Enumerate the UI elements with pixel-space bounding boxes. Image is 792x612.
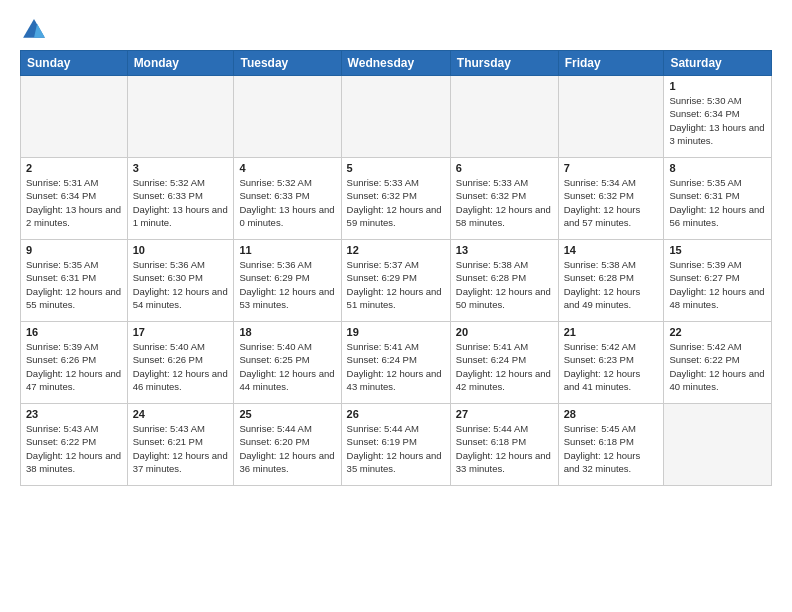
calendar-cell: 15Sunrise: 5:39 AM Sunset: 6:27 PM Dayli… <box>664 240 772 322</box>
day-number: 16 <box>26 326 122 338</box>
logo <box>20 16 52 44</box>
calendar-cell <box>21 76 128 158</box>
day-info: Sunrise: 5:43 AM Sunset: 6:21 PM Dayligh… <box>133 422 229 475</box>
day-info: Sunrise: 5:33 AM Sunset: 6:32 PM Dayligh… <box>347 176 445 229</box>
day-number: 21 <box>564 326 659 338</box>
day-number: 23 <box>26 408 122 420</box>
day-info: Sunrise: 5:38 AM Sunset: 6:28 PM Dayligh… <box>564 258 659 311</box>
calendar-cell: 6Sunrise: 5:33 AM Sunset: 6:32 PM Daylig… <box>450 158 558 240</box>
day-number: 1 <box>669 80 766 92</box>
day-number: 13 <box>456 244 553 256</box>
day-info: Sunrise: 5:32 AM Sunset: 6:33 PM Dayligh… <box>239 176 335 229</box>
week-row-1: 1Sunrise: 5:30 AM Sunset: 6:34 PM Daylig… <box>21 76 772 158</box>
day-number: 11 <box>239 244 335 256</box>
day-info: Sunrise: 5:32 AM Sunset: 6:33 PM Dayligh… <box>133 176 229 229</box>
day-number: 26 <box>347 408 445 420</box>
week-row-4: 16Sunrise: 5:39 AM Sunset: 6:26 PM Dayli… <box>21 322 772 404</box>
week-row-2: 2Sunrise: 5:31 AM Sunset: 6:34 PM Daylig… <box>21 158 772 240</box>
day-info: Sunrise: 5:35 AM Sunset: 6:31 PM Dayligh… <box>26 258 122 311</box>
calendar-cell <box>127 76 234 158</box>
day-info: Sunrise: 5:39 AM Sunset: 6:27 PM Dayligh… <box>669 258 766 311</box>
day-number: 2 <box>26 162 122 174</box>
calendar-cell: 24Sunrise: 5:43 AM Sunset: 6:21 PM Dayli… <box>127 404 234 486</box>
calendar-cell <box>450 76 558 158</box>
day-number: 19 <box>347 326 445 338</box>
day-info: Sunrise: 5:40 AM Sunset: 6:25 PM Dayligh… <box>239 340 335 393</box>
day-number: 28 <box>564 408 659 420</box>
day-info: Sunrise: 5:41 AM Sunset: 6:24 PM Dayligh… <box>347 340 445 393</box>
weekday-header-tuesday: Tuesday <box>234 51 341 76</box>
day-info: Sunrise: 5:45 AM Sunset: 6:18 PM Dayligh… <box>564 422 659 475</box>
week-row-3: 9Sunrise: 5:35 AM Sunset: 6:31 PM Daylig… <box>21 240 772 322</box>
day-info: Sunrise: 5:41 AM Sunset: 6:24 PM Dayligh… <box>456 340 553 393</box>
weekday-header-monday: Monday <box>127 51 234 76</box>
week-row-5: 23Sunrise: 5:43 AM Sunset: 6:22 PM Dayli… <box>21 404 772 486</box>
calendar-cell: 7Sunrise: 5:34 AM Sunset: 6:32 PM Daylig… <box>558 158 664 240</box>
day-info: Sunrise: 5:38 AM Sunset: 6:28 PM Dayligh… <box>456 258 553 311</box>
day-number: 27 <box>456 408 553 420</box>
calendar: SundayMondayTuesdayWednesdayThursdayFrid… <box>20 50 772 486</box>
day-info: Sunrise: 5:42 AM Sunset: 6:23 PM Dayligh… <box>564 340 659 393</box>
weekday-header-saturday: Saturday <box>664 51 772 76</box>
calendar-cell: 26Sunrise: 5:44 AM Sunset: 6:19 PM Dayli… <box>341 404 450 486</box>
day-number: 17 <box>133 326 229 338</box>
day-info: Sunrise: 5:44 AM Sunset: 6:18 PM Dayligh… <box>456 422 553 475</box>
day-number: 20 <box>456 326 553 338</box>
logo-icon <box>20 16 48 44</box>
day-info: Sunrise: 5:36 AM Sunset: 6:29 PM Dayligh… <box>239 258 335 311</box>
calendar-cell: 12Sunrise: 5:37 AM Sunset: 6:29 PM Dayli… <box>341 240 450 322</box>
calendar-cell: 1Sunrise: 5:30 AM Sunset: 6:34 PM Daylig… <box>664 76 772 158</box>
calendar-cell: 18Sunrise: 5:40 AM Sunset: 6:25 PM Dayli… <box>234 322 341 404</box>
calendar-cell <box>341 76 450 158</box>
calendar-cell: 16Sunrise: 5:39 AM Sunset: 6:26 PM Dayli… <box>21 322 128 404</box>
calendar-cell: 8Sunrise: 5:35 AM Sunset: 6:31 PM Daylig… <box>664 158 772 240</box>
day-number: 9 <box>26 244 122 256</box>
weekday-header-wednesday: Wednesday <box>341 51 450 76</box>
day-number: 24 <box>133 408 229 420</box>
day-info: Sunrise: 5:34 AM Sunset: 6:32 PM Dayligh… <box>564 176 659 229</box>
day-info: Sunrise: 5:31 AM Sunset: 6:34 PM Dayligh… <box>26 176 122 229</box>
calendar-cell: 28Sunrise: 5:45 AM Sunset: 6:18 PM Dayli… <box>558 404 664 486</box>
calendar-cell: 22Sunrise: 5:42 AM Sunset: 6:22 PM Dayli… <box>664 322 772 404</box>
calendar-body: 1Sunrise: 5:30 AM Sunset: 6:34 PM Daylig… <box>21 76 772 486</box>
page: SundayMondayTuesdayWednesdayThursdayFrid… <box>0 0 792 502</box>
day-number: 25 <box>239 408 335 420</box>
day-info: Sunrise: 5:30 AM Sunset: 6:34 PM Dayligh… <box>669 94 766 147</box>
calendar-header: SundayMondayTuesdayWednesdayThursdayFrid… <box>21 51 772 76</box>
calendar-cell: 27Sunrise: 5:44 AM Sunset: 6:18 PM Dayli… <box>450 404 558 486</box>
weekday-header-friday: Friday <box>558 51 664 76</box>
day-info: Sunrise: 5:37 AM Sunset: 6:29 PM Dayligh… <box>347 258 445 311</box>
calendar-cell <box>664 404 772 486</box>
day-info: Sunrise: 5:43 AM Sunset: 6:22 PM Dayligh… <box>26 422 122 475</box>
calendar-cell: 21Sunrise: 5:42 AM Sunset: 6:23 PM Dayli… <box>558 322 664 404</box>
day-number: 4 <box>239 162 335 174</box>
day-info: Sunrise: 5:44 AM Sunset: 6:19 PM Dayligh… <box>347 422 445 475</box>
day-number: 10 <box>133 244 229 256</box>
day-number: 22 <box>669 326 766 338</box>
calendar-cell: 13Sunrise: 5:38 AM Sunset: 6:28 PM Dayli… <box>450 240 558 322</box>
weekday-header-thursday: Thursday <box>450 51 558 76</box>
weekday-row: SundayMondayTuesdayWednesdayThursdayFrid… <box>21 51 772 76</box>
calendar-cell: 17Sunrise: 5:40 AM Sunset: 6:26 PM Dayli… <box>127 322 234 404</box>
calendar-cell: 2Sunrise: 5:31 AM Sunset: 6:34 PM Daylig… <box>21 158 128 240</box>
calendar-cell <box>558 76 664 158</box>
day-number: 14 <box>564 244 659 256</box>
day-info: Sunrise: 5:36 AM Sunset: 6:30 PM Dayligh… <box>133 258 229 311</box>
day-info: Sunrise: 5:35 AM Sunset: 6:31 PM Dayligh… <box>669 176 766 229</box>
weekday-header-sunday: Sunday <box>21 51 128 76</box>
calendar-cell: 25Sunrise: 5:44 AM Sunset: 6:20 PM Dayli… <box>234 404 341 486</box>
day-info: Sunrise: 5:44 AM Sunset: 6:20 PM Dayligh… <box>239 422 335 475</box>
day-number: 7 <box>564 162 659 174</box>
day-info: Sunrise: 5:40 AM Sunset: 6:26 PM Dayligh… <box>133 340 229 393</box>
calendar-cell: 3Sunrise: 5:32 AM Sunset: 6:33 PM Daylig… <box>127 158 234 240</box>
day-info: Sunrise: 5:39 AM Sunset: 6:26 PM Dayligh… <box>26 340 122 393</box>
calendar-cell: 19Sunrise: 5:41 AM Sunset: 6:24 PM Dayli… <box>341 322 450 404</box>
day-number: 8 <box>669 162 766 174</box>
calendar-cell: 9Sunrise: 5:35 AM Sunset: 6:31 PM Daylig… <box>21 240 128 322</box>
day-number: 12 <box>347 244 445 256</box>
calendar-cell <box>234 76 341 158</box>
day-number: 5 <box>347 162 445 174</box>
calendar-cell: 4Sunrise: 5:32 AM Sunset: 6:33 PM Daylig… <box>234 158 341 240</box>
day-number: 18 <box>239 326 335 338</box>
day-number: 15 <box>669 244 766 256</box>
